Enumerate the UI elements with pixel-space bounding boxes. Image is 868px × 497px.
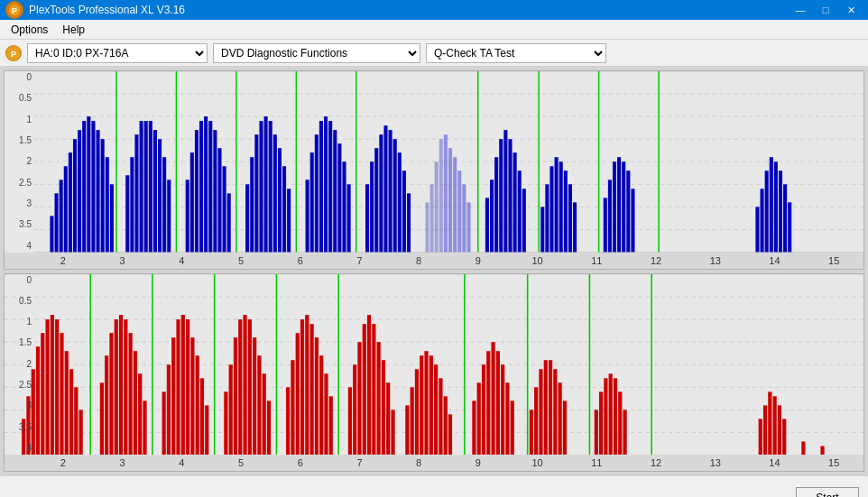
svg-rect-199 (348, 387, 352, 455)
svg-rect-40 (144, 121, 148, 252)
svg-rect-216 (439, 378, 442, 455)
svg-rect-222 (486, 351, 490, 455)
svg-rect-28 (78, 130, 81, 252)
toolbar-logo: P (5, 45, 22, 61)
svg-rect-108 (555, 157, 559, 252)
svg-rect-119 (631, 189, 634, 252)
svg-rect-92 (453, 157, 457, 252)
svg-rect-177 (200, 378, 204, 455)
svg-rect-212 (420, 355, 423, 455)
svg-rect-178 (205, 405, 208, 455)
svg-rect-168 (143, 400, 146, 455)
svg-rect-234 (559, 382, 562, 455)
svg-rect-114 (608, 179, 612, 252)
svg-rect-195 (315, 337, 319, 455)
svg-rect-221 (482, 364, 485, 455)
svg-rect-179 (224, 391, 227, 455)
start-button[interactable]: Start (796, 487, 859, 498)
svg-rect-242 (623, 410, 626, 455)
menu-help[interactable]: Help (55, 22, 92, 38)
svg-rect-166 (134, 351, 137, 455)
svg-rect-65 (287, 189, 291, 252)
svg-rect-96 (485, 198, 489, 252)
svg-rect-176 (196, 355, 199, 455)
svg-rect-50 (204, 116, 208, 252)
svg-rect-66 (306, 179, 309, 252)
svg-rect-107 (549, 166, 553, 252)
svg-rect-191 (296, 333, 300, 455)
svg-rect-201 (357, 342, 361, 455)
svg-rect-86 (425, 202, 429, 252)
svg-rect-38 (134, 134, 138, 252)
svg-rect-241 (618, 391, 622, 455)
svg-rect-224 (496, 351, 500, 455)
drive-select[interactable]: HA:0 ID:0 PX-716A (27, 43, 208, 63)
svg-rect-151 (45, 319, 49, 455)
svg-rect-48 (195, 130, 199, 252)
svg-rect-165 (129, 333, 133, 455)
svg-rect-223 (491, 342, 494, 455)
svg-rect-162 (115, 319, 118, 455)
blue-chart-y-axis: 4 3.5 3 2.5 2 1.5 1 0.5 0 (5, 71, 33, 253)
start-section: Start i (796, 487, 859, 498)
svg-rect-171 (171, 337, 175, 455)
svg-rect-91 (448, 148, 452, 252)
svg-rect-73 (337, 143, 341, 252)
svg-rect-127 (788, 202, 791, 252)
svg-rect-102 (513, 152, 517, 252)
svg-rect-31 (91, 121, 95, 252)
svg-rect-32 (97, 130, 100, 252)
svg-rect-239 (609, 373, 613, 455)
minimize-button[interactable]: — (789, 0, 812, 20)
svg-rect-105 (540, 207, 544, 252)
svg-rect-246 (773, 396, 777, 455)
svg-rect-208 (391, 410, 394, 455)
app-icon: P (5, 1, 23, 19)
svg-rect-182 (238, 319, 242, 455)
svg-rect-59 (259, 121, 263, 252)
menu-options[interactable]: Options (4, 22, 55, 38)
svg-rect-89 (439, 139, 443, 252)
test-select[interactable]: Q-Check TA Test (426, 43, 606, 63)
close-button[interactable]: ✕ (839, 0, 863, 20)
svg-rect-71 (328, 121, 332, 252)
svg-rect-35 (110, 184, 114, 252)
svg-rect-37 (130, 157, 134, 252)
svg-text:P: P (12, 6, 17, 15)
svg-rect-26 (69, 152, 72, 252)
svg-rect-184 (248, 319, 252, 455)
svg-rect-46 (186, 179, 189, 252)
function-select[interactable]: DVD Diagnostic Functions (213, 43, 420, 63)
svg-rect-56 (245, 184, 249, 252)
svg-rect-240 (614, 378, 617, 455)
main-area: 4 3.5 3 2.5 2 1.5 1 0.5 0 (0, 67, 868, 475)
svg-rect-163 (119, 315, 123, 455)
svg-rect-225 (501, 364, 504, 455)
svg-rect-152 (51, 315, 54, 455)
svg-rect-52 (213, 130, 217, 252)
svg-rect-39 (140, 121, 143, 252)
maximize-button[interactable]: □ (814, 0, 837, 20)
svg-rect-70 (324, 116, 328, 252)
svg-rect-99 (499, 139, 503, 252)
svg-rect-24 (60, 179, 63, 252)
svg-rect-183 (243, 315, 246, 455)
svg-rect-189 (286, 387, 290, 455)
svg-rect-103 (518, 170, 522, 252)
svg-rect-69 (319, 121, 323, 252)
svg-rect-190 (291, 360, 294, 455)
svg-rect-245 (768, 391, 771, 455)
svg-rect-215 (434, 364, 438, 455)
svg-rect-250 (820, 446, 824, 455)
svg-rect-55 (227, 193, 231, 252)
menu-bar: Options Help (0, 20, 868, 40)
svg-rect-173 (181, 315, 185, 455)
svg-rect-233 (553, 369, 557, 455)
svg-rect-113 (604, 198, 607, 252)
svg-rect-154 (60, 333, 63, 455)
svg-rect-74 (342, 161, 346, 252)
svg-rect-80 (383, 125, 387, 252)
svg-rect-41 (149, 121, 152, 252)
svg-rect-75 (347, 184, 351, 252)
svg-rect-22 (50, 216, 53, 252)
